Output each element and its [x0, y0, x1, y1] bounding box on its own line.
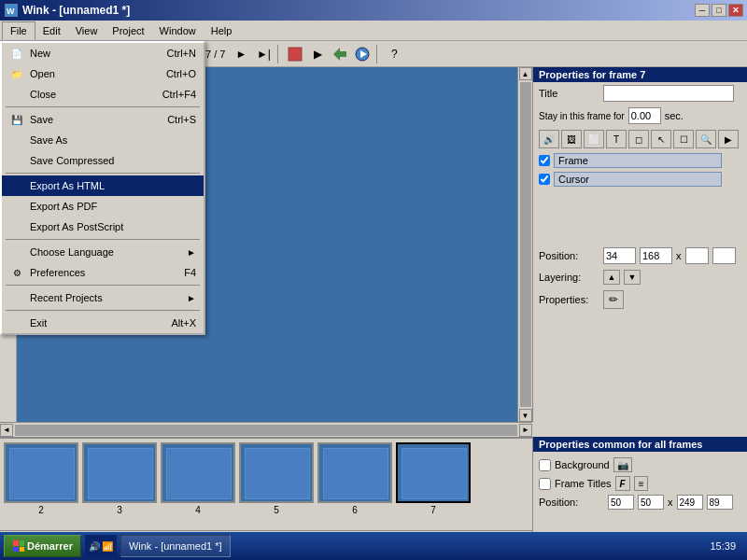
lower-pos-x2-input[interactable]: [677, 495, 703, 510]
menu-recent-projects[interactable]: Recent Projects ►: [2, 287, 204, 308]
menu-close[interactable]: Close Ctrl+F4: [2, 84, 204, 105]
stay-input[interactable]: [628, 107, 661, 124]
film-thumb-7[interactable]: [396, 442, 471, 503]
taskbar-wink-item[interactable]: Wink - [unnamed1 *]: [120, 535, 231, 557]
frame-num-6: 6: [352, 505, 358, 515]
frame-titles-align-btn[interactable]: ≡: [634, 476, 649, 491]
frame-titles-row: Frame Titles F ≡: [533, 474, 747, 493]
lower-pos-y2-input[interactable]: [707, 495, 733, 510]
menu-choose-lang[interactable]: Choose Language ►: [2, 242, 204, 262]
icon-image[interactable]: 🖼: [561, 130, 582, 148]
frame-label: Frame: [554, 153, 722, 168]
background-cam-icon[interactable]: 📷: [613, 457, 632, 472]
menu-export-pdf[interactable]: Export As PDF: [2, 196, 204, 217]
toolbar-preview-btn[interactable]: [352, 44, 373, 64]
film-frame-4[interactable]: 4: [161, 442, 235, 515]
menu-save[interactable]: 💾 Save Ctrl+S: [2, 109, 204, 130]
pos-x-input[interactable]: [603, 247, 636, 264]
layer-up-btn[interactable]: ▲: [603, 270, 620, 285]
lang-arrow: ►: [187, 247, 196, 258]
position-row: Position: x: [533, 245, 747, 267]
toolbar-next-btn[interactable]: ►: [231, 44, 251, 64]
open-icon: 📁: [9, 66, 24, 81]
film-frame-3[interactable]: 3: [82, 442, 157, 515]
menu-export-ps[interactable]: Export As PostScript: [2, 217, 204, 237]
background-checkbox[interactable]: [539, 459, 551, 471]
frame-counter: 7 / 7: [202, 49, 229, 60]
properties-row: Properties: ✏: [533, 287, 747, 312]
menu-exit-label: Exit: [30, 317, 47, 329]
new-shortcut: Ctrl+N: [167, 48, 196, 59]
file-dropdown-menu: 📄 New Ctrl+N 📁 Open Ctrl+O Close Ctrl+F4…: [0, 41, 205, 335]
icon-shape[interactable]: ◻: [628, 130, 649, 148]
toolbar-export-btn[interactable]: [330, 44, 350, 64]
frame-titles-checkbox[interactable]: [539, 478, 551, 490]
film-thumb-4[interactable]: [161, 442, 235, 503]
scroll-up-btn[interactable]: ▲: [519, 67, 532, 80]
menu-preferences[interactable]: ⚙ Preferences F4: [2, 262, 204, 283]
icon-video[interactable]: ▶: [718, 130, 739, 148]
stay-unit: sec.: [665, 110, 684, 121]
layer-down-btn[interactable]: ▼: [624, 270, 641, 285]
film-frame-7[interactable]: 7: [396, 442, 471, 515]
film-thumb-3[interactable]: [82, 442, 157, 503]
frame-titles-font-btn[interactable]: F: [615, 476, 630, 491]
start-button[interactable]: Démarrer: [4, 535, 81, 557]
menu-sep-3: [6, 239, 200, 240]
icon-sound[interactable]: 🔊: [539, 130, 559, 148]
lower-position-row: Position: x: [533, 493, 747, 511]
vertical-scrollbar[interactable]: ▲ ▼: [517, 67, 532, 422]
film-thumb-6[interactable]: [317, 442, 392, 503]
menu-export-html[interactable]: Export As HTML: [2, 175, 204, 196]
pos-x2-input[interactable]: [685, 247, 709, 264]
film-thumb-5[interactable]: [239, 442, 314, 503]
menu-view[interactable]: View: [68, 21, 106, 40]
frame-checkbox[interactable]: [539, 155, 550, 166]
toolbar-record-btn[interactable]: [285, 44, 305, 64]
menu-save-compressed[interactable]: Save Compressed: [2, 150, 204, 171]
toolbar-last-btn[interactable]: ►|: [253, 44, 274, 64]
close-button[interactable]: ✕: [728, 4, 743, 17]
film-thumb-2[interactable]: [4, 442, 78, 503]
icon-button[interactable]: ⬜: [584, 130, 604, 148]
title-row: Title: [533, 82, 747, 105]
lower-section: 2 3 4 5: [0, 437, 747, 545]
thumb-inner-7: [402, 448, 467, 499]
film-frame-2[interactable]: 2: [4, 442, 78, 515]
menu-open[interactable]: 📁 Open Ctrl+O: [2, 63, 204, 84]
menu-edit[interactable]: Edit: [35, 21, 68, 40]
menu-window[interactable]: Window: [152, 21, 204, 40]
title-input[interactable]: [603, 85, 734, 102]
properties-panel: Properties for frame 7 Title Stay in thi…: [532, 67, 747, 422]
pos-y-input[interactable]: [640, 247, 672, 264]
scroll-left-btn[interactable]: ◄: [0, 424, 13, 437]
lower-pos-x-input[interactable]: [608, 495, 634, 510]
menu-help[interactable]: Help: [204, 21, 240, 40]
menu-file[interactable]: File: [2, 21, 35, 40]
menu-save-as[interactable]: Save As: [2, 130, 204, 150]
scroll-down-btn[interactable]: ▼: [519, 409, 532, 422]
icon-highlight[interactable]: ☐: [673, 130, 694, 148]
lower-properties-panel: Properties common for all frames Backgro…: [532, 437, 747, 545]
maximize-button[interactable]: □: [712, 4, 726, 17]
menu-new[interactable]: 📄 New Ctrl+N: [2, 43, 204, 63]
cursor-checkbox[interactable]: [539, 174, 550, 185]
icon-cursor[interactable]: ↖: [651, 130, 671, 148]
layering-row: Layering: ▲ ▼: [533, 267, 747, 287]
lower-pos-y-input[interactable]: [638, 495, 664, 510]
menu-project[interactable]: Project: [105, 21, 151, 40]
properties-edit-btn[interactable]: ✏: [603, 290, 624, 309]
minimize-button[interactable]: ─: [695, 4, 710, 17]
toolbar-help-btn[interactable]: ?: [384, 44, 404, 64]
menu-exit[interactable]: Exit Alt+X: [2, 313, 204, 333]
film-frame-6[interactable]: 6: [317, 442, 392, 515]
toolbar-play-btn[interactable]: ▶: [307, 44, 328, 64]
icon-zoom[interactable]: 🔍: [696, 130, 716, 148]
menu-choose-lang-label: Choose Language: [30, 246, 114, 258]
icon-text[interactable]: T: [606, 130, 627, 148]
scroll-right-btn[interactable]: ►: [519, 424, 532, 437]
film-frame-5[interactable]: 5: [239, 442, 314, 515]
pos-y2-input[interactable]: [712, 247, 736, 264]
taskbar-item-label: Wink - [unnamed1 *]: [129, 540, 222, 552]
title-bar: W Wink - [unnamed1 *] ─ □ ✕: [0, 0, 747, 21]
